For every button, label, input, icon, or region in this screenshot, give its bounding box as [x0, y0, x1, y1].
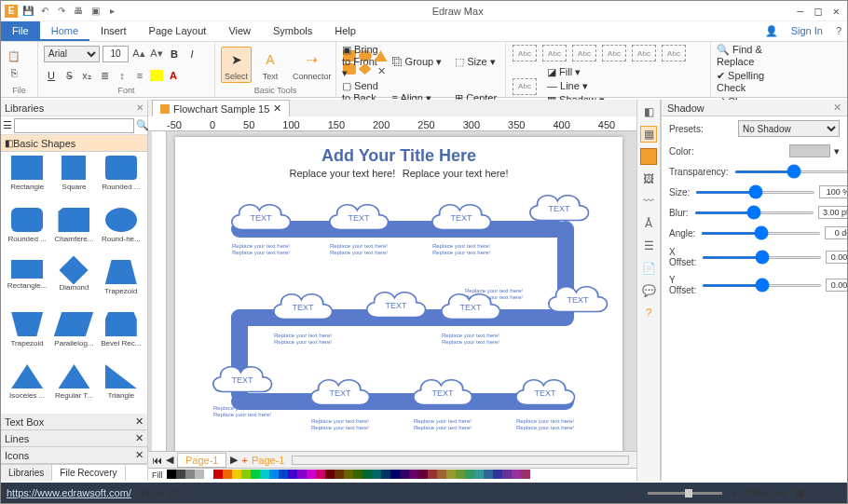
color-dropdown-icon[interactable]: ▾ [834, 145, 840, 157]
minimize-button[interactable]: — [797, 5, 803, 18]
page-prev-icon[interactable]: ◀ [166, 454, 173, 466]
page-tab-1[interactable]: Page-1 [177, 453, 226, 468]
fill-swatch[interactable] [474, 470, 484, 479]
cloud-shape-9[interactable]: TEXTReplace your text here!Replace your … [203, 357, 281, 403]
view-mode-2-icon[interactable]: ▦ [795, 487, 804, 499]
align-text-icon[interactable]: ≡ [132, 68, 147, 83]
fill-swatch[interactable] [521, 470, 530, 479]
document-tab[interactable]: Flowchart Sample 15✕ [152, 100, 290, 116]
highlight-icon[interactable] [150, 70, 163, 81]
category-lines[interactable]: Lines✕ [1, 430, 147, 447]
search-icon[interactable]: 🔍 [136, 119, 149, 131]
shadow-color-swatch[interactable] [789, 144, 830, 157]
fill-swatch[interactable] [241, 470, 251, 479]
close-shadow-panel-icon[interactable]: ✕ [833, 102, 841, 114]
fill-swatch[interactable] [372, 470, 381, 479]
shape-trapezoid[interactable]: Trapezoid [5, 312, 49, 362]
tab-page-layout[interactable]: Page Layout [138, 21, 218, 41]
fill-swatch[interactable] [269, 470, 279, 479]
fill-swatch[interactable] [493, 470, 502, 479]
export-icon[interactable]: ▸ [105, 5, 118, 18]
copy-icon[interactable]: ⎘ [7, 65, 21, 80]
layer-panel-icon[interactable]: ☰ [640, 238, 657, 254]
group-btn[interactable]: ⿻ Group ▾ [392, 56, 448, 68]
tab-libraries[interactable]: Libraries [1, 465, 52, 481]
zoom-in-icon[interactable]: + [732, 487, 737, 498]
sign-in-link[interactable]: Sign In [784, 21, 830, 41]
help-icon[interactable]: ? [830, 21, 847, 41]
shape-square[interactable]: Square [51, 156, 96, 206]
fill-swatch[interactable] [260, 470, 269, 479]
subscript-icon[interactable]: x₂ [79, 68, 94, 83]
xoffset-slider[interactable] [702, 256, 822, 259]
fill-swatch[interactable] [204, 470, 213, 479]
page-subtitle[interactable]: Replace your text here! Replace your tex… [175, 168, 622, 179]
category-text-box[interactable]: Text Box✕ [1, 414, 147, 430]
fill-swatch[interactable] [400, 470, 409, 479]
cloud-shape-3[interactable]: TEXTReplace your text here!Replace your … [422, 195, 500, 241]
help-panel-icon[interactable]: ? [640, 305, 657, 321]
fill-swatch[interactable] [456, 470, 465, 479]
fill-dropdown[interactable]: ◪ Fill ▾ [547, 66, 605, 78]
maximize-button[interactable]: □ [815, 5, 822, 18]
fill-swatch[interactable] [484, 470, 493, 479]
fill-swatch[interactable] [465, 470, 474, 479]
picture-panel-icon[interactable]: 🖼 [640, 170, 657, 187]
canvas-viewport[interactable]: Add Your Title Here Replace your text he… [148, 131, 636, 451]
shape-round-he-[interactable]: Round-he... [99, 208, 144, 258]
spell-check[interactable]: ✔ Spelling Check [717, 70, 795, 93]
shape-bevel-rec-[interactable]: Bevel Rec... [99, 312, 144, 362]
blur-value[interactable]: 3.00 pt [818, 206, 848, 219]
lib-menu-icon[interactable]: ☰ [3, 119, 12, 131]
shape-rounded-[interactable]: Rounded ... [99, 156, 144, 206]
shape-isoceles-[interactable]: Isoceles ... [5, 364, 49, 414]
presets-select[interactable]: No Shadow [738, 120, 840, 137]
yoffset-slider[interactable] [702, 284, 822, 287]
undo-icon[interactable]: ↶ [38, 5, 51, 18]
cloud-shape-1[interactable]: TEXTReplace your text here!Replace your … [222, 195, 300, 241]
view-mode-3-icon[interactable]: ⛶ [814, 487, 824, 498]
cloud-shape-5[interactable]: TEXTReplace your text here!Replace your … [539, 277, 617, 323]
size-value[interactable]: 100 % [819, 185, 848, 198]
fill-swatch[interactable] [325, 470, 335, 479]
tab-file-recovery[interactable]: File Recovery [52, 465, 125, 481]
page-first-icon[interactable]: ⏮ [152, 455, 162, 466]
tab-symbols[interactable]: Symbols [262, 21, 323, 41]
line-panel-icon[interactable]: 〰 [640, 193, 657, 210]
style-preset-6[interactable]: Abc [662, 45, 686, 61]
fullscreen-icon[interactable]: ⤢ [833, 487, 841, 499]
font-color-icon[interactable]: A [166, 68, 181, 83]
size-btn[interactable]: ⬚ Size ▾ [455, 56, 499, 68]
shape-rectangle-[interactable]: Rectangle... [5, 260, 49, 310]
fill-swatch[interactable] [223, 470, 232, 479]
fill-swatch[interactable] [213, 470, 223, 479]
fill-swatch[interactable] [307, 470, 316, 479]
theme-icon[interactable]: ◧ [640, 103, 657, 120]
fill-swatch[interactable] [362, 470, 372, 479]
print-icon[interactable]: 🖶 [72, 5, 85, 18]
yoffset-value[interactable]: 0.00 pt [826, 279, 848, 292]
xoffset-value[interactable]: 0.00 pt [826, 251, 848, 264]
fill-swatch[interactable] [195, 470, 204, 479]
drawing-page[interactable]: Add Your Title Here Replace your text he… [175, 137, 622, 451]
fill-swatch[interactable] [167, 470, 176, 479]
style-preset-5[interactable]: Abc [632, 45, 656, 61]
increase-font-icon[interactable]: A▴ [131, 47, 146, 61]
status-url[interactable]: https://www.edrawsoft.com/ [7, 487, 131, 498]
fill-swatch[interactable] [390, 470, 400, 479]
font-family-select[interactable]: Arial [44, 46, 100, 62]
text-tool[interactable]: AText [255, 48, 285, 81]
shape-trapezoid[interactable]: Trapezoid [99, 260, 144, 310]
shape-triangle[interactable]: Triangle [99, 364, 144, 414]
page-add-icon[interactable]: + [241, 455, 247, 466]
preview-icon[interactable]: ▣ [89, 5, 102, 18]
zoom-slider[interactable] [648, 492, 722, 495]
bold-icon[interactable]: B [167, 47, 182, 61]
style-preset-3[interactable]: Abc [572, 45, 596, 61]
tab-insert[interactable]: Insert [89, 21, 138, 41]
fill-swatch[interactable] [446, 470, 456, 479]
connector-tool[interactable]: ⇢Connector [289, 48, 335, 81]
fill-swatch[interactable] [381, 470, 390, 479]
category-basic-shapes[interactable]: ◧ Basic Shapes [1, 135, 147, 152]
find-replace[interactable]: 🔍 Find & Replace [717, 44, 795, 67]
